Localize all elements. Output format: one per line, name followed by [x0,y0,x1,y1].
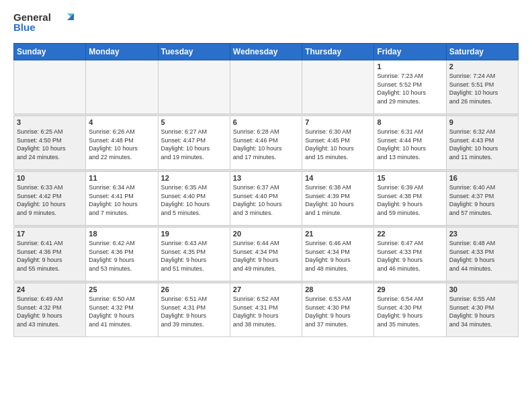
calendar-cell: 7Sunrise: 6:30 AM Sunset: 4:45 PM Daylig… [302,116,374,170]
week-row-3: 10Sunrise: 6:33 AM Sunset: 4:42 PM Dayli… [14,172,519,226]
day-info: Sunrise: 6:42 AM Sunset: 4:36 PM Dayligh… [89,239,154,273]
calendar-cell [158,60,230,114]
day-info: Sunrise: 6:47 AM Sunset: 4:33 PM Dayligh… [377,239,443,273]
calendar-cell [302,60,374,114]
weekday-header-row: SundayMondayTuesdayWednesdayThursdayFrid… [14,44,519,60]
calendar-cell: 19Sunrise: 6:43 AM Sunset: 4:35 PM Dayli… [158,228,230,281]
day-number: 3 [17,118,83,126]
day-info: Sunrise: 6:27 AM Sunset: 4:47 PM Dayligh… [161,128,227,161]
day-info: Sunrise: 6:34 AM Sunset: 4:41 PM Dayligh… [89,183,154,217]
weekday-header-sunday: Sunday [14,44,86,60]
weekday-header-tuesday: Tuesday [158,44,230,60]
svg-text:Blue: Blue [13,21,36,33]
week-row-2: 3Sunrise: 6:25 AM Sunset: 4:50 PM Daylig… [14,116,519,170]
calendar-cell: 8Sunrise: 6:31 AM Sunset: 4:44 PM Daylig… [374,116,446,170]
day-number: 18 [89,230,154,238]
day-number: 5 [161,118,227,126]
calendar-cell: 30Sunrise: 6:55 AM Sunset: 4:30 PM Dayli… [446,283,518,337]
day-info: Sunrise: 6:37 AM Sunset: 4:40 PM Dayligh… [233,183,299,217]
calendar-cell: 23Sunrise: 6:48 AM Sunset: 4:33 PM Dayli… [446,228,518,281]
calendar-cell: 25Sunrise: 6:50 AM Sunset: 4:32 PM Dayli… [86,283,158,337]
weekday-header-monday: Monday [86,44,158,60]
day-number: 16 [449,174,515,182]
calendar-cell: 1Sunrise: 7:23 AM Sunset: 5:52 PM Daylig… [374,60,446,114]
calendar-cell: 29Sunrise: 6:54 AM Sunset: 4:30 PM Dayli… [374,283,446,337]
day-info: Sunrise: 6:38 AM Sunset: 4:39 PM Dayligh… [305,183,371,217]
calendar-cell: 28Sunrise: 6:53 AM Sunset: 4:30 PM Dayli… [302,283,374,337]
day-number: 30 [449,285,515,293]
day-number: 6 [233,118,299,126]
day-info: Sunrise: 6:53 AM Sunset: 4:30 PM Dayligh… [305,295,371,328]
day-number: 1 [377,62,443,71]
day-number: 29 [377,285,443,293]
week-row-1: 1Sunrise: 7:23 AM Sunset: 5:52 PM Daylig… [14,60,519,114]
calendar-cell: 11Sunrise: 6:34 AM Sunset: 4:41 PM Dayli… [86,172,158,226]
day-info: Sunrise: 6:33 AM Sunset: 4:42 PM Dayligh… [17,183,83,217]
calendar-cell: 22Sunrise: 6:47 AM Sunset: 4:33 PM Dayli… [374,228,446,281]
calendar-cell: 4Sunrise: 6:26 AM Sunset: 4:48 PM Daylig… [86,116,158,170]
day-number: 24 [17,285,83,293]
calendar-cell: 18Sunrise: 6:42 AM Sunset: 4:36 PM Dayli… [86,228,158,281]
calendar: SundayMondayTuesdayWednesdayThursdayFrid… [13,43,519,337]
day-number: 10 [17,174,83,182]
day-info: Sunrise: 7:24 AM Sunset: 5:51 PM Dayligh… [449,72,515,105]
weekday-header-wednesday: Wednesday [230,44,302,60]
day-info: Sunrise: 6:48 AM Sunset: 4:33 PM Dayligh… [449,239,515,273]
day-number: 2 [449,62,515,71]
day-number: 11 [89,174,154,182]
calendar-cell: 6Sunrise: 6:28 AM Sunset: 4:46 PM Daylig… [230,116,302,170]
day-info: Sunrise: 6:25 AM Sunset: 4:50 PM Dayligh… [17,128,83,161]
calendar-cell: 27Sunrise: 6:52 AM Sunset: 4:31 PM Dayli… [230,283,302,337]
day-number: 26 [161,285,227,293]
calendar-cell: 3Sunrise: 6:25 AM Sunset: 4:50 PM Daylig… [14,116,86,170]
header: General Blue [13,11,519,38]
calendar-cell: 16Sunrise: 6:40 AM Sunset: 4:37 PM Dayli… [446,172,518,226]
day-number: 7 [305,118,371,126]
day-number: 13 [233,174,299,182]
day-number: 15 [377,174,443,182]
day-info: Sunrise: 6:55 AM Sunset: 4:30 PM Dayligh… [449,295,515,328]
day-number: 25 [89,285,154,293]
day-number: 9 [449,118,515,126]
day-info: Sunrise: 6:52 AM Sunset: 4:31 PM Dayligh… [233,295,299,328]
calendar-cell: 17Sunrise: 6:41 AM Sunset: 4:36 PM Dayli… [14,228,86,281]
calendar-cell: 14Sunrise: 6:38 AM Sunset: 4:39 PM Dayli… [302,172,374,226]
day-info: Sunrise: 6:44 AM Sunset: 4:34 PM Dayligh… [233,239,299,273]
day-info: Sunrise: 6:43 AM Sunset: 4:35 PM Dayligh… [161,239,227,273]
week-row-4: 17Sunrise: 6:41 AM Sunset: 4:36 PM Dayli… [14,228,519,281]
day-number: 8 [377,118,443,126]
calendar-cell: 9Sunrise: 6:32 AM Sunset: 4:43 PM Daylig… [446,116,518,170]
day-number: 12 [161,174,227,182]
day-number: 28 [305,285,371,293]
day-number: 23 [449,230,515,238]
day-number: 19 [161,230,227,238]
calendar-cell: 15Sunrise: 6:39 AM Sunset: 4:38 PM Dayli… [374,172,446,226]
calendar-cell: 12Sunrise: 6:35 AM Sunset: 4:40 PM Dayli… [158,172,230,226]
day-number: 20 [233,230,299,238]
day-info: Sunrise: 6:39 AM Sunset: 4:38 PM Dayligh… [377,183,443,217]
day-info: Sunrise: 6:28 AM Sunset: 4:46 PM Dayligh… [233,128,299,161]
calendar-cell: 20Sunrise: 6:44 AM Sunset: 4:34 PM Dayli… [230,228,302,281]
day-info: Sunrise: 6:51 AM Sunset: 4:31 PM Dayligh… [161,295,227,328]
day-info: Sunrise: 6:40 AM Sunset: 4:37 PM Dayligh… [449,183,515,217]
weekday-header-saturday: Saturday [446,44,518,60]
day-info: Sunrise: 6:35 AM Sunset: 4:40 PM Dayligh… [161,183,227,217]
day-info: Sunrise: 6:30 AM Sunset: 4:45 PM Dayligh… [305,128,371,161]
page: General Blue SundayMondayTuesdayWednesda… [0,0,532,411]
calendar-cell: 5Sunrise: 6:27 AM Sunset: 4:47 PM Daylig… [158,116,230,170]
day-number: 14 [305,174,371,182]
weekday-header-thursday: Thursday [302,44,374,60]
day-info: Sunrise: 7:23 AM Sunset: 5:52 PM Dayligh… [377,72,443,105]
day-info: Sunrise: 6:41 AM Sunset: 4:36 PM Dayligh… [17,239,83,273]
calendar-cell: 24Sunrise: 6:49 AM Sunset: 4:32 PM Dayli… [14,283,86,337]
day-info: Sunrise: 6:49 AM Sunset: 4:32 PM Dayligh… [17,295,83,328]
calendar-cell: 2Sunrise: 7:24 AM Sunset: 5:51 PM Daylig… [446,60,518,114]
day-info: Sunrise: 6:50 AM Sunset: 4:32 PM Dayligh… [89,295,154,328]
calendar-cell [230,60,302,114]
calendar-cell: 10Sunrise: 6:33 AM Sunset: 4:42 PM Dayli… [14,172,86,226]
day-number: 27 [233,285,299,293]
calendar-cell: 21Sunrise: 6:46 AM Sunset: 4:34 PM Dayli… [302,228,374,281]
calendar-cell [14,60,86,114]
calendar-cell: 13Sunrise: 6:37 AM Sunset: 4:40 PM Dayli… [230,172,302,226]
day-number: 21 [305,230,371,238]
